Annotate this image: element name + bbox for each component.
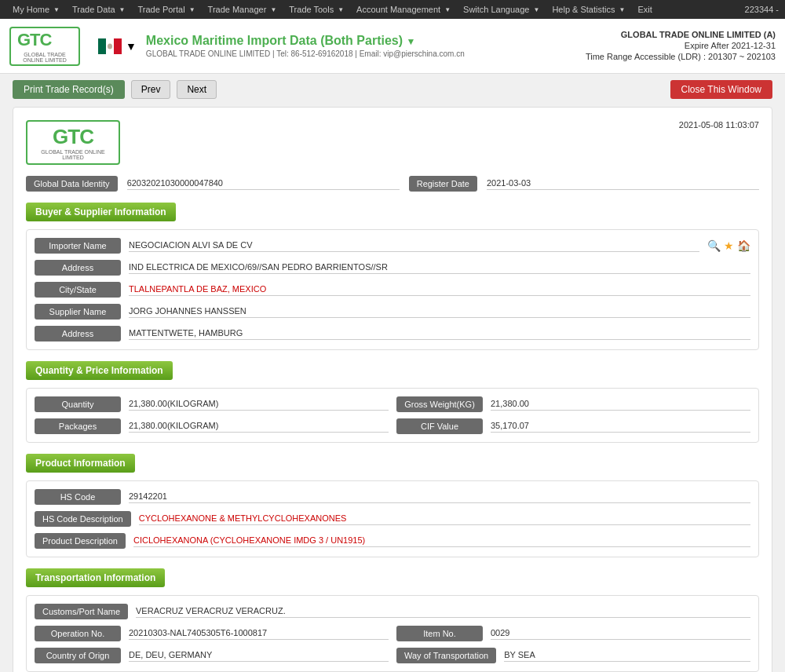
- transportation-title: Transportation Information: [26, 568, 165, 587]
- mexico-flag-icon: [97, 38, 122, 54]
- item-no-value: 0029: [491, 628, 750, 640]
- card-datetime: 2021-05-08 11:03:07: [679, 120, 759, 130]
- way-transport-value: BY SEA: [504, 650, 750, 662]
- search-icon[interactable]: 🔍: [707, 239, 721, 252]
- packages-value: 21,380.00(KILOGRAM): [129, 421, 389, 433]
- nav-trade-manager[interactable]: Trade Manager ▼: [202, 0, 283, 19]
- trade-data-arrow: ▼: [119, 6, 126, 13]
- address-label: Address: [35, 260, 121, 276]
- expire-date: Expire After 2021-12-31: [586, 41, 776, 50]
- nav-switch-language[interactable]: Switch Language ▼: [457, 0, 546, 19]
- nav-trade-data[interactable]: Trade Data ▼: [66, 0, 132, 19]
- flag-area: ▼: [97, 38, 137, 54]
- nav-trade-portal[interactable]: Trade Portal ▼: [132, 0, 202, 19]
- supplier-name-label: Supplier Name: [35, 304, 121, 320]
- hs-code-desc-value: CYCLOHEXANONE & METHYLCYCLOHEXANONES: [139, 513, 750, 525]
- top-navigation: My Home ▼ Trade Data ▼ Trade Portal ▼ Tr…: [0, 0, 785, 19]
- buyer-supplier-title: Buyer & Supplier Information: [26, 203, 176, 221]
- svg-rect-0: [98, 38, 106, 54]
- identity-row: Global Data Identity 6203202103000004784…: [26, 176, 759, 192]
- account-name: GLOBAL TRADE ONLINE LIMITED (A): [586, 30, 776, 39]
- hs-code-desc-label: HS Code Description: [35, 511, 131, 527]
- product-desc-value: CICLOHEXANONA (CYCLOHEXANONE IMDG 3 / UN…: [133, 535, 750, 547]
- header-subtitle: GLOBAL TRADE ONLINE LIMITED | Tel: 86-51…: [146, 49, 586, 58]
- cif-value: 35,170.07: [491, 421, 750, 433]
- nav-help-statistics[interactable]: Help & Statistics ▼: [546, 0, 631, 19]
- home-icon[interactable]: 🏠: [737, 239, 750, 252]
- product-body: HS Code 29142201 HS Code Description CYC…: [26, 480, 759, 557]
- address-value: IND ELECTRICA DE MEXICO/69//SAN PEDRO BA…: [129, 262, 750, 274]
- logo-box: GTC GLOBAL TRADE ONLINE LIMITED: [9, 27, 80, 66]
- nav-trade-tools[interactable]: Trade Tools ▼: [283, 0, 350, 19]
- importer-name-value: NEGOCIACION ALVI SA DE CV: [129, 240, 699, 252]
- supplier-address-label: Address: [35, 326, 121, 341]
- flag-dropdown-icon[interactable]: ▼: [126, 40, 137, 53]
- product-title: Product Information: [26, 454, 135, 473]
- title-area: Mexico Maritime Import Data (Both Partie…: [146, 34, 586, 58]
- global-data-identity-value: 62032021030000047840: [127, 178, 400, 190]
- supplier-address-row: Address MATTENTWETE, HAMBURG: [35, 326, 750, 341]
- account-mgmt-arrow: ▼: [444, 6, 451, 13]
- transportation-section: Transportation Information Customs/Port …: [26, 568, 759, 672]
- importer-name-label: Importer Name: [35, 238, 121, 254]
- account-info: GLOBAL TRADE ONLINE LIMITED (A) Expire A…: [586, 30, 776, 63]
- main-card: GTC GLOBAL TRADE ONLINE LIMITED 2021-05-…: [13, 107, 772, 672]
- way-transport-label: Way of Transportation: [396, 648, 496, 663]
- header-bar: GTC GLOBAL TRADE ONLINE LIMITED ▼ Mexico…: [0, 19, 785, 74]
- prev-button-top[interactable]: Prev: [131, 80, 171, 99]
- city-state-value: TLALNEPANTLA DE BAZ, MEXICO: [129, 284, 750, 296]
- country-origin-label: Country of Orign: [35, 648, 121, 663]
- next-button-top[interactable]: Next: [177, 80, 217, 99]
- quantity-label: Quantity: [35, 396, 121, 412]
- my-home-arrow: ▼: [53, 6, 60, 13]
- help-stats-arrow: ▼: [619, 6, 625, 13]
- customs-port-label: Customs/Port Name: [35, 604, 128, 619]
- print-button-top[interactable]: Print Trade Record(s): [13, 80, 125, 99]
- transportation-body: Customs/Port Name VERACRUZ VERACRUZ VERA…: [26, 595, 759, 672]
- hs-code-value: 29142201: [129, 491, 750, 503]
- title-dropdown-icon[interactable]: ▼: [406, 36, 415, 47]
- star-icon[interactable]: ★: [724, 239, 734, 252]
- logo-text: GTC: [17, 30, 72, 50]
- hs-code-row: HS Code 29142201: [35, 489, 750, 505]
- hs-code-label: HS Code: [35, 489, 121, 505]
- hs-code-desc-row: HS Code Description CYCLOHEXANONE & METH…: [35, 511, 750, 527]
- importer-name-row: Importer Name NEGOCIACION ALVI SA DE CV …: [35, 238, 750, 254]
- customs-port-value: VERACRUZ VERACRUZ VERACRUZ.: [136, 606, 750, 618]
- operation-no-label: Operation No.: [35, 626, 121, 641]
- city-state-row: City/State TLALNEPANTLA DE BAZ, MEXICO: [35, 282, 750, 298]
- supplier-name-row: Supplier Name JORG JOHANNES HANSSEN: [35, 304, 750, 320]
- nav-account-management[interactable]: Account Management ▼: [350, 0, 457, 19]
- cif-value-label: CIF Value: [396, 418, 483, 434]
- trade-manager-arrow: ▼: [270, 6, 276, 13]
- city-state-label: City/State: [35, 282, 121, 298]
- switch-lang-arrow: ▼: [533, 6, 539, 13]
- logo-area: GTC GLOBAL TRADE ONLINE LIMITED ▼: [9, 27, 137, 66]
- account-number: 223344 -: [745, 5, 779, 14]
- svg-point-3: [108, 43, 112, 49]
- logo-subtitle: GLOBAL TRADE ONLINE LIMITED: [17, 52, 72, 63]
- supplier-name-value: JORG JOHANNES HANSSEN: [129, 306, 750, 318]
- quantity-price-body: Quantity 21,380.00(KILOGRAM) Gross Weigh…: [26, 388, 759, 443]
- importer-icons: 🔍 ★ 🏠: [707, 239, 750, 252]
- card-header: GTC GLOBAL TRADE ONLINE LIMITED 2021-05-…: [26, 120, 759, 165]
- close-button-top[interactable]: Close This Window: [670, 80, 772, 99]
- item-no-label: Item No.: [396, 626, 483, 641]
- trade-tools-arrow: ▼: [338, 6, 344, 13]
- gross-weight-value: 21,380.00: [491, 399, 750, 411]
- trade-portal-arrow: ▼: [189, 6, 195, 13]
- customs-port-row: Customs/Port Name VERACRUZ VERACRUZ VERA…: [35, 604, 750, 619]
- supplier-address-value: MATTENTWETE, HAMBURG: [129, 328, 750, 340]
- product-desc-label: Product Description: [35, 533, 126, 549]
- quantity-row: Quantity 21,380.00(KILOGRAM) Gross Weigh…: [35, 396, 750, 412]
- quantity-price-section: Quantity & Price Information Quantity 21…: [26, 361, 759, 443]
- svg-rect-2: [114, 38, 122, 54]
- page-main-title: Mexico Maritime Import Data (Both Partie…: [146, 34, 586, 48]
- packages-label: Packages: [35, 418, 121, 434]
- top-toolbar: Print Trade Record(s) Prev Next Close Th…: [13, 80, 772, 99]
- register-date-label: Register Date: [409, 176, 477, 192]
- time-range: Time Range Accessible (LDR) : 201307 ~ 2…: [586, 52, 776, 61]
- quantity-price-title: Quantity & Price Information: [26, 361, 173, 380]
- nav-my-home[interactable]: My Home ▼: [6, 0, 66, 19]
- nav-exit[interactable]: Exit: [631, 0, 658, 19]
